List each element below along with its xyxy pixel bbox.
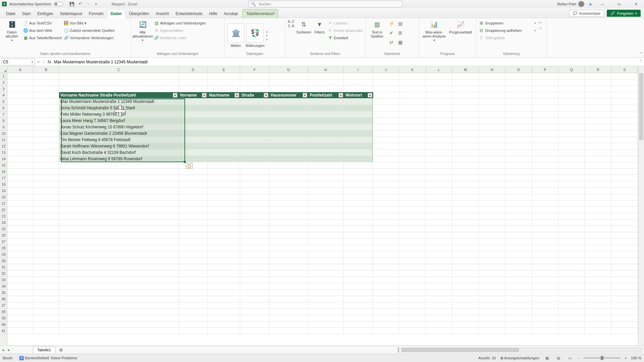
cell[interactable] <box>479 226 505 232</box>
cell[interactable] <box>558 99 585 105</box>
cell[interactable] <box>532 226 558 232</box>
cell[interactable] <box>240 309 269 315</box>
cell[interactable] <box>505 188 532 194</box>
existing-connections-button[interactable]: 🔗Vorhandene Verbindungen <box>64 34 115 42</box>
cell[interactable] <box>426 118 452 124</box>
cell[interactable] <box>373 283 399 290</box>
cell[interactable] <box>426 181 452 188</box>
cell[interactable] <box>585 258 611 264</box>
cell[interactable]: Lisa Wagner Gartenstraße 2 23456 Blumens… <box>59 130 178 137</box>
row-header[interactable]: 36 <box>0 296 7 302</box>
cell[interactable] <box>452 258 479 264</box>
cell[interactable] <box>343 162 373 169</box>
cell[interactable] <box>426 130 452 137</box>
cell[interactable] <box>611 118 638 124</box>
cell[interactable] <box>33 232 59 239</box>
cell[interactable] <box>373 309 399 315</box>
cell[interactable] <box>558 277 585 283</box>
cell[interactable] <box>59 239 178 245</box>
cell[interactable] <box>399 309 426 315</box>
cell[interactable] <box>373 92 400 99</box>
cell[interactable] <box>479 137 505 143</box>
cell[interactable] <box>208 194 240 200</box>
cell[interactable] <box>505 239 532 245</box>
cell[interactable] <box>558 226 585 232</box>
cell[interactable] <box>452 207 479 213</box>
cell[interactable] <box>558 200 585 207</box>
cell[interactable] <box>426 175 452 181</box>
cell[interactable] <box>7 200 33 207</box>
cell[interactable] <box>585 283 611 290</box>
cell[interactable] <box>308 232 343 239</box>
cell[interactable] <box>343 149 373 156</box>
cell[interactable] <box>373 328 399 334</box>
cell[interactable] <box>426 283 452 290</box>
cell[interactable] <box>585 105 611 111</box>
cell[interactable] <box>558 245 585 251</box>
cell[interactable] <box>373 207 399 213</box>
select-all-triangle[interactable] <box>0 66 7 73</box>
cell[interactable] <box>558 73 585 79</box>
cell[interactable] <box>308 79 343 86</box>
cell[interactable] <box>558 105 585 111</box>
column-header[interactable]: O <box>505 66 532 73</box>
row-header[interactable]: 18 <box>0 181 7 188</box>
cell[interactable]: Jonas Schulz Kirchenweg 10 67890 Hügeldo… <box>59 124 178 130</box>
cell[interactable] <box>240 149 269 156</box>
cell[interactable] <box>611 213 638 220</box>
cell[interactable] <box>611 321 638 328</box>
cell[interactable] <box>179 220 208 226</box>
row-header[interactable]: 31 <box>0 264 7 270</box>
cell[interactable] <box>240 194 269 200</box>
cell[interactable] <box>208 188 240 194</box>
cell[interactable] <box>452 143 479 149</box>
cell[interactable] <box>532 232 558 239</box>
cell[interactable] <box>585 245 611 251</box>
cell[interactable] <box>7 149 33 156</box>
cell[interactable] <box>585 328 611 334</box>
cell[interactable] <box>399 124 426 130</box>
cell[interactable] <box>479 207 505 213</box>
cell[interactable] <box>479 200 505 207</box>
cell[interactable] <box>532 143 558 149</box>
cell[interactable] <box>33 296 59 302</box>
cell[interactable] <box>208 264 240 270</box>
cell[interactable] <box>585 290 611 296</box>
cell[interactable] <box>179 73 208 79</box>
cell[interactable] <box>452 79 479 86</box>
cell[interactable] <box>505 315 532 321</box>
cell[interactable] <box>399 79 426 86</box>
column-header[interactable]: D <box>179 66 208 73</box>
cell[interactable] <box>269 207 308 213</box>
cell[interactable] <box>179 245 208 251</box>
cell[interactable] <box>343 111 373 118</box>
cell[interactable] <box>452 181 479 188</box>
cell[interactable] <box>343 130 373 137</box>
cell[interactable] <box>452 296 479 302</box>
cell[interactable] <box>7 86 33 92</box>
cell[interactable] <box>308 143 343 149</box>
cell[interactable] <box>7 232 33 239</box>
cell[interactable] <box>269 296 308 302</box>
row-header[interactable]: 29 <box>0 251 7 258</box>
cell[interactable] <box>479 73 505 79</box>
cell[interactable] <box>585 118 611 124</box>
cell[interactable] <box>532 79 558 86</box>
cell[interactable] <box>7 277 33 283</box>
cell[interactable] <box>208 124 240 130</box>
cell[interactable] <box>269 302 308 309</box>
cell[interactable] <box>208 118 240 124</box>
cell[interactable] <box>532 175 558 181</box>
cell[interactable] <box>269 232 308 239</box>
cell[interactable] <box>240 188 269 194</box>
zoom-slider-thumb[interactable] <box>601 356 603 360</box>
cell[interactable] <box>611 290 638 296</box>
cell[interactable] <box>399 220 426 226</box>
column-header[interactable]: M <box>452 66 479 73</box>
cell[interactable] <box>505 213 532 220</box>
cell[interactable] <box>343 200 373 207</box>
cell[interactable] <box>240 258 269 264</box>
cell[interactable] <box>558 207 585 213</box>
column-header[interactable]: C <box>59 66 179 73</box>
cell[interactable] <box>33 137 59 143</box>
